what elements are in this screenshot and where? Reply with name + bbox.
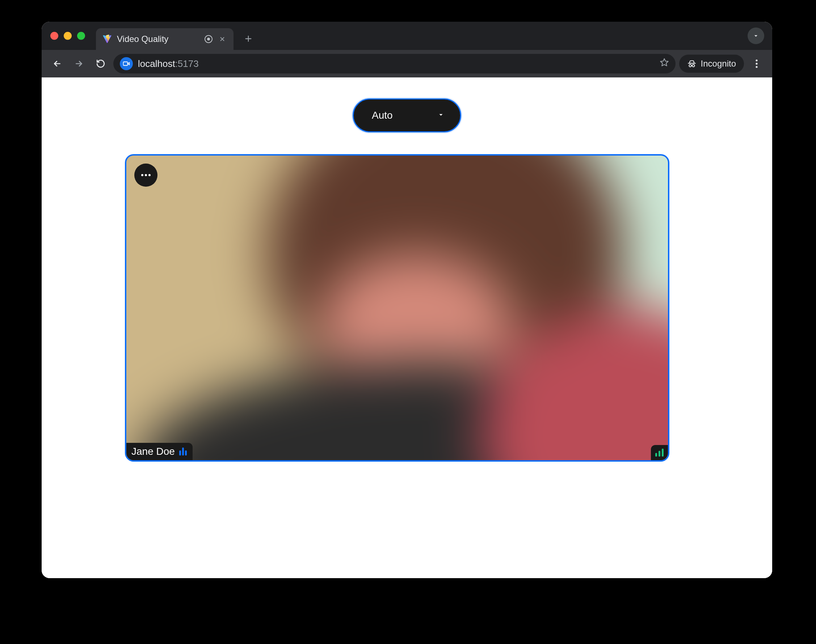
window-close-button[interactable] xyxy=(50,32,58,40)
browser-toolbar: localhost:5173 Incognito xyxy=(41,50,772,77)
tile-more-options-button[interactable] xyxy=(134,164,157,187)
site-permissions-icon[interactable] xyxy=(120,57,133,70)
window-minimize-button[interactable] xyxy=(64,32,72,40)
participant-name: Jane Doe xyxy=(131,446,175,457)
url-text: localhost:5173 xyxy=(138,58,655,69)
incognito-icon xyxy=(687,59,696,68)
more-horizontal-icon xyxy=(141,174,151,176)
connection-quality-button[interactable] xyxy=(651,445,668,460)
video-quality-value: Auto xyxy=(372,110,393,121)
tab-close-button[interactable] xyxy=(218,34,227,44)
svg-point-3 xyxy=(756,59,758,61)
window-controls xyxy=(48,22,89,50)
window-zoom-button[interactable] xyxy=(77,32,85,40)
screenshot-stage: Video Quality xyxy=(0,0,816,644)
nav-forward-button[interactable] xyxy=(70,55,88,73)
svg-point-8 xyxy=(148,174,151,176)
video-preview-blur xyxy=(125,154,669,462)
svg-point-5 xyxy=(756,66,758,67)
browser-window: Video Quality xyxy=(41,22,772,578)
tab-strip: Video Quality xyxy=(41,22,772,50)
tab-media-indicator-icon[interactable] xyxy=(204,35,212,43)
caret-down-icon xyxy=(437,110,445,121)
participant-name-badge: Jane Doe xyxy=(126,443,193,460)
bookmark-star-button[interactable] xyxy=(659,58,669,70)
video-quality-select[interactable]: Auto xyxy=(353,98,461,132)
nav-reload-button[interactable] xyxy=(92,55,110,73)
url-rest: :5173 xyxy=(175,58,199,69)
incognito-label: Incognito xyxy=(701,58,736,69)
participant-video-tile[interactable]: Jane Doe xyxy=(125,154,669,462)
tabs-overflow-button[interactable] xyxy=(748,28,764,44)
browser-menu-button[interactable] xyxy=(748,55,766,73)
svg-point-6 xyxy=(141,174,143,176)
svg-rect-0 xyxy=(123,62,128,66)
nav-back-button[interactable] xyxy=(48,55,66,73)
new-tab-button[interactable] xyxy=(240,31,257,47)
svg-point-7 xyxy=(145,174,147,176)
vite-favicon-icon xyxy=(103,34,112,44)
incognito-indicator[interactable]: Incognito xyxy=(679,55,744,73)
browser-tab-active[interactable]: Video Quality xyxy=(96,28,234,50)
signal-bars-icon xyxy=(655,453,657,457)
url-host: localhost xyxy=(138,58,175,69)
page-viewport: Auto Jane Doe xyxy=(41,77,772,578)
svg-point-4 xyxy=(756,63,758,64)
audio-level-icon xyxy=(179,448,187,455)
address-bar[interactable]: localhost:5173 xyxy=(113,54,676,74)
tab-title: Video Quality xyxy=(117,34,200,44)
